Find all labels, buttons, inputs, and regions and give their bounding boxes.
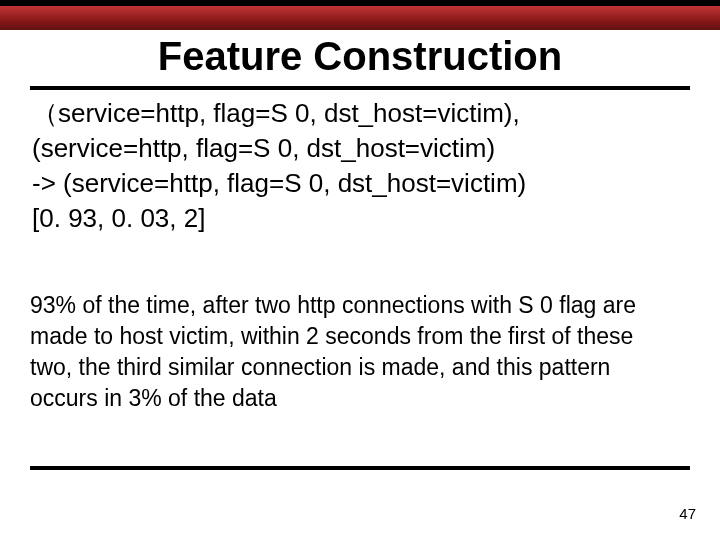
page-number: 47 (679, 505, 696, 522)
title-underline (30, 86, 690, 90)
slide: Feature Construction （service=http, flag… (0, 0, 720, 540)
rule-line-1: （service=http, flag=S 0, dst_host=victim… (32, 96, 672, 131)
explanation-text: 93% of the time, after two http connecti… (30, 290, 670, 414)
rule-line-2: (service=http, flag=S 0, dst_host=victim… (32, 131, 672, 166)
header-gradient-bar (0, 6, 720, 30)
rule-block: （service=http, flag=S 0, dst_host=victim… (32, 96, 672, 236)
rule-line-3: -> (service=http, flag=S 0, dst_host=vic… (32, 166, 672, 201)
rule-line-4: [0. 93, 0. 03, 2] (32, 201, 672, 236)
bottom-rule (30, 466, 690, 470)
slide-title: Feature Construction (0, 34, 720, 79)
